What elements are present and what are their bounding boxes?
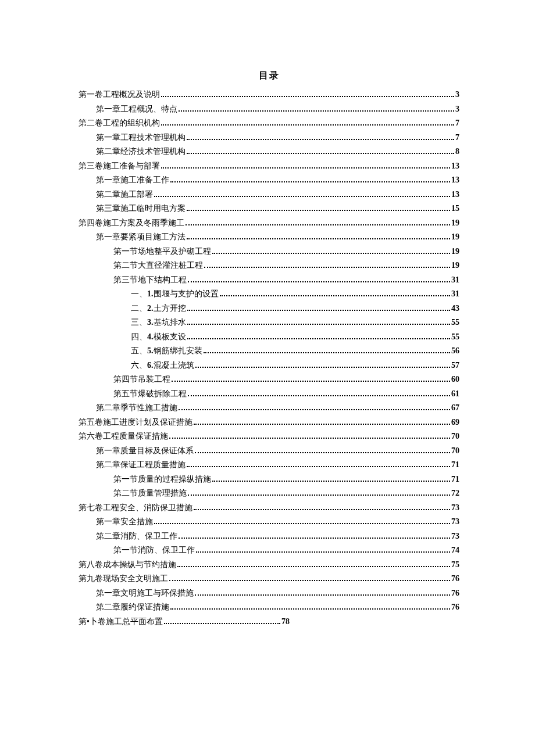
toc-entry-page: 60 xyxy=(451,372,459,387)
toc-entry-label: 第一章安全措施 xyxy=(96,515,153,529)
toc-leader-dots xyxy=(196,551,450,553)
toc-entry-label: 第一章施工准备工作 xyxy=(96,173,169,188)
toc-entry-label: 二、2.土方开挖 xyxy=(131,302,186,316)
toc-entry-page: 55 xyxy=(451,316,459,330)
toc-entry-page: 67 xyxy=(451,401,459,415)
toc-entry-label: 六、6.混凝土浇筑 xyxy=(131,359,194,373)
toc-entry-label: 第二章履约保证措施 xyxy=(96,600,169,615)
toc-leader-dots xyxy=(170,608,450,610)
toc-entry-label: 三、3.基坑排水 xyxy=(131,316,186,330)
toc-leader-dots xyxy=(170,181,450,182)
toc-entry-label: 第四卷施工方案及冬雨季施工 xyxy=(79,216,184,231)
toc-entry-label: 第一章工程技术管理机构 xyxy=(96,131,186,145)
toc-leader-dots xyxy=(204,352,451,353)
toc-entry: 第五节爆破拆除工程61 xyxy=(79,387,459,402)
toc-entry: 二、2.土方开挖43 xyxy=(79,302,459,316)
toc-entry-page: 13 xyxy=(451,159,459,174)
toc-leader-dots xyxy=(187,324,451,325)
toc-leader-dots xyxy=(204,267,450,268)
toc-entry: 四、4.模板支设55 xyxy=(79,330,459,345)
toc-entry-page: 71 xyxy=(451,472,459,487)
toc-entry-page: 73 xyxy=(451,515,459,529)
toc-entry: 第一章安全措施73 xyxy=(79,515,459,529)
toc-entry-page: 3 xyxy=(455,102,459,117)
toc-entry-label: 第•卜卷施工总平面布置 xyxy=(79,615,163,629)
toc-entry: 第二卷工程的组织机构7 xyxy=(79,116,459,131)
toc-entry-label: 第二卷工程的组织机构 xyxy=(79,116,160,131)
toc-leader-dots xyxy=(154,523,450,524)
toc-leader-dots xyxy=(164,623,280,624)
toc-entry-page: 71 xyxy=(451,458,459,472)
toc-entry-page: 72 xyxy=(451,486,459,501)
toc-entry: 第一节质量的过程操纵措施71 xyxy=(79,472,459,487)
toc-entry-label: 五、5.钢筋绑扎安装 xyxy=(131,344,202,359)
toc-entry-label: 第三节地下结构工程 xyxy=(113,273,187,288)
toc-entry-page: 56 xyxy=(451,344,459,359)
toc-leader-dots xyxy=(154,196,450,197)
toc-entry-page: 55 xyxy=(451,330,459,345)
toc-entry-page: 76 xyxy=(451,600,459,615)
toc-entry-label: 第二章经济技术管理机构 xyxy=(96,145,186,159)
toc-entry-page: 75 xyxy=(451,558,459,572)
toc-entry: 三、3.基坑排水55 xyxy=(79,316,459,330)
toc-entry-page: 31 xyxy=(451,273,459,288)
toc-entry: 第二章履约保证措施76 xyxy=(79,600,459,615)
toc-entry-page: 70 xyxy=(451,444,459,458)
toc-leader-dots xyxy=(194,509,450,510)
toc-entry: 第一卷工程概况及说明3 xyxy=(79,88,459,102)
toc-leader-dots xyxy=(194,424,450,425)
toc-leader-dots xyxy=(220,295,451,296)
toc-leader-dots xyxy=(179,538,450,539)
toc-entry-page: 8 xyxy=(455,145,459,159)
toc-entry-page: 31 xyxy=(451,287,459,302)
toc-entry-label: 第一卷工程概况及说明 xyxy=(79,88,160,102)
toc-leader-dots xyxy=(195,452,450,453)
toc-leader-dots xyxy=(169,438,450,439)
toc-entry-page: 19 xyxy=(451,245,459,259)
toc-entry-page: 7 xyxy=(455,131,459,145)
toc-entry-label: 第二章施工部署 xyxy=(96,188,153,202)
toc-entry-page: 76 xyxy=(451,586,459,601)
toc-leader-dots xyxy=(187,139,454,140)
toc-leader-dots xyxy=(172,381,450,382)
toc-leader-dots xyxy=(161,96,454,97)
toc-leader-dots xyxy=(195,367,451,368)
toc-entry-page: 73 xyxy=(451,501,459,515)
toc-entry: 第一章要紧项目施工方法19 xyxy=(79,230,459,245)
toc-leader-dots xyxy=(187,310,451,311)
toc-entry: 第二节大直径灌注桩工程19 xyxy=(79,259,459,273)
toc-leader-dots xyxy=(212,481,450,482)
toc-entry-label: 第五节爆破拆除工程 xyxy=(113,387,187,402)
toc-entry: 第三卷施工准备与部署13 xyxy=(79,159,459,174)
toc-entry-page: 76 xyxy=(451,572,459,586)
toc-entry-page: 13 xyxy=(451,173,459,188)
toc-entry: 第一章文明施工与环保措施76 xyxy=(79,586,459,601)
toc-leader-dots xyxy=(186,224,450,225)
toc-leader-dots xyxy=(179,110,454,112)
toc-entry: 第二章经济技术管理机构8 xyxy=(79,145,459,159)
toc-entry-label: 第一章工程概况、特点 xyxy=(96,102,177,117)
toc-entry-page: 19 xyxy=(451,216,459,231)
toc-entry-page: 3 xyxy=(455,88,459,102)
toc-entry: 六、6.混凝土浇筑57 xyxy=(79,359,459,373)
toc-entry-page: 73 xyxy=(451,529,459,544)
toc-entry-page: 78 xyxy=(281,615,290,629)
toc-entry: 第四节吊装工程60 xyxy=(79,372,459,387)
toc-entry: 第八卷成本操纵与节约措施75 xyxy=(79,558,459,572)
toc-entry-label: 第一节质量的过程操纵措施 xyxy=(113,472,211,487)
toc-leader-dots xyxy=(212,253,450,254)
toc-entry: 第四卷施工方案及冬雨季施工19 xyxy=(79,216,459,231)
toc-entry-label: 第二章消防、保卫工作 xyxy=(96,529,177,544)
toc-leader-dots xyxy=(169,580,450,581)
toc-leader-dots xyxy=(188,495,450,496)
toc-entry-label: 第三卷施工准备与部署 xyxy=(79,159,160,174)
toc-entry-label: 第一节消防、保卫工作 xyxy=(113,543,195,558)
toc-entry: 第一章施工准备工作13 xyxy=(79,173,459,188)
toc-entry-page: 13 xyxy=(451,188,459,202)
toc-entry-label: 第九卷现场安全文明施工 xyxy=(79,572,168,586)
toc-entry: 第一章质量目标及保证体系70 xyxy=(79,444,459,458)
toc-entry-label: 第四节吊装工程 xyxy=(113,372,170,387)
toc-entry: 五、5.钢筋绑扎安装56 xyxy=(79,344,459,359)
toc-entry: 第二章保证工程质量措施71 xyxy=(79,458,459,472)
toc-entry: 第五卷施工进度计划及保证措施69 xyxy=(79,415,459,430)
